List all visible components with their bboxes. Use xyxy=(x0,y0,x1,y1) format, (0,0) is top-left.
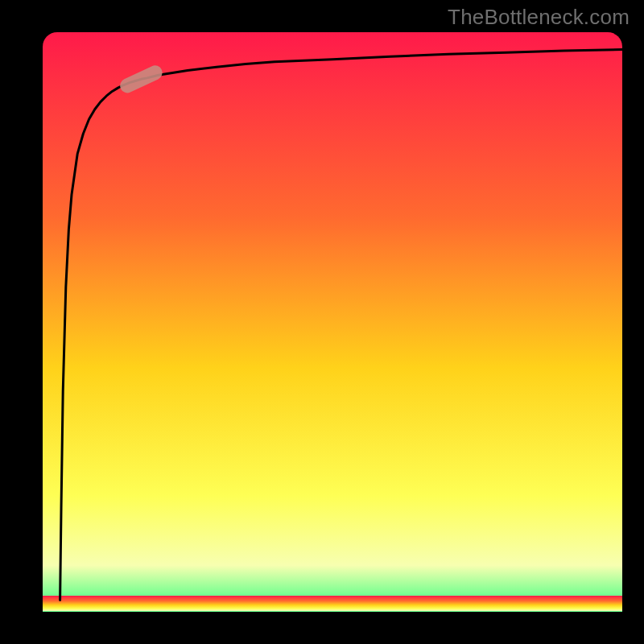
plot-area xyxy=(43,32,622,612)
bottleneck-curve-chart xyxy=(0,0,644,644)
watermark-text: TheBottleneck.com xyxy=(448,5,630,30)
chart-stage: TheBottleneck.com xyxy=(0,0,644,644)
svg-rect-0 xyxy=(43,596,622,612)
